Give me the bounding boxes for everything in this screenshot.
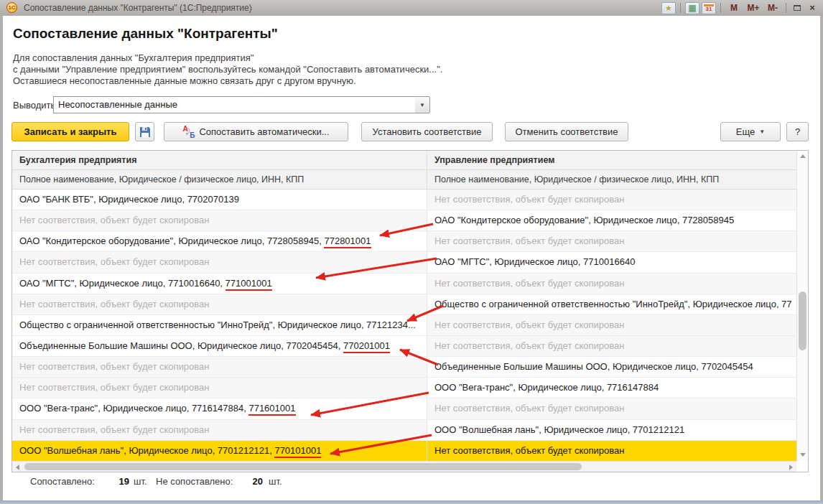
entity-text: ОАО "МГТС", Юридическое лицо, 7710016640 — [434, 256, 635, 267]
right-cell[interactable]: ООО "Вега-транс", Юридическое лицо, 7716… — [427, 378, 796, 398]
right-cell[interactable]: Общество с ограниченной ответственностью… — [427, 294, 796, 314]
auto-match-icon: А ⤸ Б — [182, 126, 195, 138]
titlebar-separator — [720, 3, 721, 13]
left-cell[interactable]: ООО "Вега-транс", Юридическое лицо, 7716… — [12, 398, 427, 419]
scroll-left-icon[interactable] — [16, 465, 19, 470]
table-row[interactable]: ОАО "БАНК ВТБ", Юридическое лицо, 770207… — [12, 190, 796, 210]
right-cell[interactable]: Нет соответствия, объект будет скопирова… — [427, 336, 796, 356]
table-rows: ОАО "БАНК ВТБ", Юридическое лицо, 770207… — [12, 190, 796, 461]
right-cell[interactable]: Объединенные Большие Машины ООО, Юридиче… — [427, 357, 796, 377]
matched-value: 19 — [108, 476, 129, 487]
right-cell[interactable]: Нет соответствия, объект будет скопирова… — [427, 274, 796, 294]
left-cell[interactable]: Нет соответствия, объект будет скопирова… — [12, 378, 427, 398]
left-cell[interactable]: Общество с ограниченной ответственностью… — [12, 315, 427, 335]
left-cell[interactable]: Нет соответствия, объект будет скопирова… — [12, 210, 427, 230]
entity-text: ОАО "Кондитерское оборудование", Юридиче… — [434, 215, 734, 225]
entity-text: ОАО "Кондитерское оборудование", Юридиче… — [19, 235, 324, 246]
matched-label: Сопоставлено: — [30, 476, 95, 487]
entity-text: Общество с ограниченной ответственностью… — [19, 319, 416, 330]
table-row[interactable]: Нет соответствия, объект будет скопирова… — [12, 378, 796, 398]
unmatched-label: Не сопоставлено: — [156, 476, 233, 487]
calculator-icon[interactable]: ▦ — [685, 2, 699, 14]
help-button[interactable]: ? — [786, 122, 809, 141]
memory-minus-button[interactable]: М- — [764, 2, 781, 14]
table-row[interactable]: Общество с ограниченной ответственностью… — [12, 315, 796, 336]
filter-dropdown-button[interactable]: ▼ — [415, 96, 430, 113]
table-row[interactable]: Нет соответствия, объект будет скопирова… — [12, 252, 796, 273]
right-cell[interactable]: Нет соответствия, объект будет скопирова… — [427, 398, 796, 419]
left-cell[interactable]: ОАО "МГТС", Юридическое лицо, 7710016640… — [12, 274, 427, 294]
scroll-up-icon[interactable] — [800, 154, 806, 158]
table-row[interactable]: ООО "Волшебная лань", Юридическое лицо, … — [12, 441, 796, 461]
titlebar-separator — [680, 3, 681, 13]
page-title: Сопоставление данных "Контрагенты" — [13, 26, 278, 42]
unmatched-unit: шт. — [269, 476, 282, 487]
favorite-icon[interactable]: ★ — [661, 2, 676, 14]
scroll-down-icon[interactable] — [800, 453, 806, 457]
memory-button[interactable]: М — [725, 2, 743, 14]
window-title: Сопоставление данных "Контрагенты" (1С:П… — [24, 3, 252, 13]
titlebar-separator — [786, 3, 786, 13]
more-button[interactable]: Еще ▼ — [720, 122, 781, 141]
left-cell[interactable]: Нет соответствия, объект будет скопирова… — [12, 420, 427, 440]
table-row[interactable]: ОАО "Кондитерское оборудование", Юридиче… — [12, 231, 796, 252]
entity-text: Объединенные Большие Машины ООО, Юридиче… — [19, 340, 343, 351]
kpp-underlined: 772801001 — [324, 235, 371, 248]
description-line: Оставшиеся несопоставленные данные можно… — [13, 75, 442, 87]
unset-match-button[interactable]: Отменить соответствие — [505, 122, 628, 141]
footer-status: Сопоставлено: 19 шт. Не сопоставлено: 20… — [0, 476, 823, 493]
left-cell[interactable]: Нет соответствия, объект будет скопирова… — [12, 252, 427, 272]
1c-logo-icon: 1С — [6, 2, 17, 13]
chevron-down-icon: ▼ — [419, 102, 425, 108]
table-subheader-row: Полное наименование, Юридическое / физич… — [12, 170, 796, 190]
vertical-scroll-thumb[interactable] — [799, 291, 806, 350]
left-cell[interactable]: Объединенные Большие Машины ООО, Юридиче… — [12, 336, 427, 356]
left-cell[interactable]: ОАО "Кондитерское оборудование", Юридиче… — [12, 231, 427, 251]
horizontal-scroll-thumb[interactable] — [24, 463, 582, 470]
entity-text: Объединенные Большие Машины ООО, Юридиче… — [434, 361, 753, 372]
right-cell[interactable]: ОАО "Кондитерское оборудование", Юридиче… — [427, 210, 796, 230]
kpp-underlined: 770201001 — [343, 340, 390, 353]
entity-text: ООО "Вега-транс", Юридическое лицо, 7716… — [434, 382, 659, 393]
table-row[interactable]: ОАО "МГТС", Юридическое лицо, 7710016640… — [12, 274, 796, 294]
app-window: 1С Сопоставление данных "Контрагенты" (1… — [0, 0, 823, 504]
save-button[interactable] — [135, 122, 154, 141]
table-row[interactable]: ООО "Вега-транс", Юридическое лицо, 7716… — [12, 398, 796, 419]
right-cell[interactable]: ООО "Волшебная лань", Юридическое лицо, … — [427, 420, 796, 440]
right-cell[interactable]: Нет соответствия, объект будет скопирова… — [427, 441, 796, 461]
left-cell[interactable]: Нет соответствия, объект будет скопирова… — [12, 357, 427, 377]
close-button[interactable]: × — [806, 2, 819, 14]
maximize-button[interactable] — [791, 2, 804, 14]
horizontal-scrollbar[interactable] — [12, 461, 796, 472]
calendar-icon[interactable]: 31 — [702, 2, 716, 14]
set-match-button[interactable]: Установить соответствие — [361, 122, 493, 141]
matched-unit: шт. — [134, 476, 147, 487]
description-text: Для сопоставления данных "Бухгалтерия пр… — [13, 52, 442, 87]
more-label: Еще — [736, 126, 755, 137]
left-cell[interactable]: ООО "Волшебная лань", Юридическое лицо, … — [12, 441, 427, 461]
left-cell[interactable]: ОАО "БАНК ВТБ", Юридическое лицо, 770207… — [12, 190, 427, 210]
filter-combobox[interactable]: Несопоставленные данные — [53, 96, 416, 113]
right-cell[interactable]: Нет соответствия, объект будет скопирова… — [427, 315, 796, 335]
memory-plus-button[interactable]: М+ — [745, 2, 762, 14]
column-header-left: Бухгалтерия предприятия — [12, 151, 427, 169]
floppy-icon — [139, 126, 151, 138]
filter-label: Выводить: — [13, 100, 58, 111]
title-bar: 1С Сопоставление данных "Контрагенты" (1… — [0, 0, 823, 16]
right-cell[interactable]: ОАО "МГТС", Юридическое лицо, 7710016640 — [427, 252, 796, 272]
right-cell[interactable]: Нет соответствия, объект будет скопирова… — [427, 190, 796, 210]
table-row[interactable]: Нет соответствия, объект будет скопирова… — [12, 357, 796, 378]
column-header-right: Управление предприятием — [427, 151, 796, 169]
table-row[interactable]: Нет соответствия, объект будет скопирова… — [12, 294, 796, 315]
auto-match-button[interactable]: А ⤸ Б Сопоставить автоматически... — [164, 122, 348, 141]
table-row[interactable]: Нет соответствия, объект будет скопирова… — [12, 210, 796, 231]
left-cell[interactable]: Нет соответствия, объект будет скопирова… — [12, 294, 427, 314]
unmatched-value: 20 — [241, 476, 263, 487]
table-row[interactable]: Объединенные Большие Машины ООО, Юридиче… — [12, 336, 796, 357]
right-cell[interactable]: Нет соответствия, объект будет скопирова… — [427, 231, 796, 251]
entity-text: ООО "Волшебная лань", Юридическое лицо, … — [434, 424, 684, 435]
scroll-right-icon[interactable] — [789, 465, 793, 470]
table-row[interactable]: Нет соответствия, объект будет скопирова… — [12, 420, 796, 441]
vertical-scrollbar[interactable] — [796, 151, 808, 461]
save-and-close-button[interactable]: Записать и закрыть — [11, 122, 129, 141]
